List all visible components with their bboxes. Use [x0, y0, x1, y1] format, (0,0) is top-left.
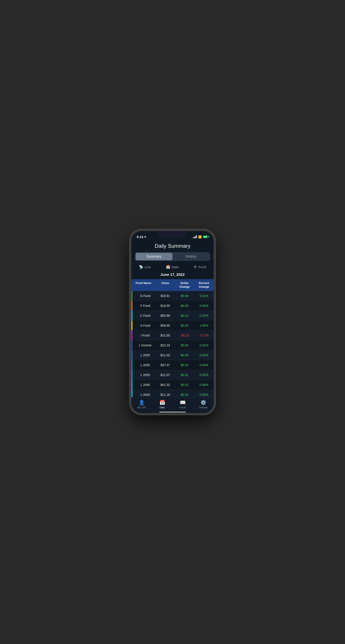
fund-name: S Fund	[131, 324, 156, 327]
fund-name: L 2040	[131, 383, 156, 386]
fund-name: L Income	[131, 344, 156, 347]
fund-name-cell: L Income	[131, 340, 156, 350]
daily-icon: 📅	[159, 400, 165, 406]
percent-change: 0.03%	[194, 301, 214, 310]
time-display: 5:15	[137, 235, 143, 239]
percent-change: 1.59%	[194, 321, 214, 330]
phone-frame: 5:15 ➤ 📶 Daily Summary Sum	[130, 229, 215, 415]
fund-name-cell: L 2040	[131, 380, 156, 390]
dollar-change: $0.02	[175, 380, 194, 390]
color-bar	[131, 370, 133, 380]
app-content: Daily Summary Summary History 📡 Live 📅 D…	[131, 241, 214, 397]
home-bar	[159, 412, 186, 412]
fund-name: L 2025	[131, 354, 156, 357]
location-icon: ➤	[144, 235, 146, 238]
fund-table[interactable]: Fund Name Close DollarChange PercentChan…	[131, 279, 214, 397]
fund-name-cell: L 2030	[131, 360, 156, 370]
nav-funds[interactable]: 📖 Funds	[173, 400, 193, 409]
page-title: Daily Summary	[131, 241, 214, 252]
table-row[interactable]: C Fund $55.88 $0.12 0.22%	[131, 311, 214, 321]
color-bar	[131, 291, 133, 301]
filter-live-label: Live	[145, 265, 151, 269]
table-body: G Fund $16.91 $0.00 0.01% F Fund $18.55 …	[131, 291, 214, 397]
fund-name: L 2030	[131, 363, 156, 367]
color-bar	[131, 390, 133, 397]
percent-change: -0.72%	[194, 330, 214, 340]
table-row[interactable]: F Fund $18.55 $0.00 0.03%	[131, 301, 214, 311]
percent-change: 0.02%	[194, 340, 214, 350]
table-row[interactable]: L 2040 $41.32 $0.02 0.06%	[131, 380, 214, 390]
nav-daily[interactable]: 📅 Daily	[152, 400, 173, 409]
settings-icon: ⚙️	[200, 400, 206, 406]
fund-name-cell: L 2035	[131, 370, 156, 380]
dollar-change: $0.00	[175, 291, 194, 301]
home-indicator	[131, 410, 214, 413]
color-bar	[131, 301, 133, 310]
color-bar	[131, 321, 133, 330]
color-bar	[131, 330, 133, 340]
table-row[interactable]: G Fund $16.91 $0.00 0.01%	[131, 291, 214, 301]
header-fund-name: Fund Name	[131, 281, 156, 289]
my-tsp-icon: 👤	[139, 400, 145, 406]
fund-name: L 2035	[131, 373, 156, 377]
fund-name-cell: I Fund	[131, 330, 156, 340]
close-price: $11.02	[156, 350, 175, 360]
date-icon: 📅	[166, 265, 170, 269]
table-row[interactable]: L 2045 $11.18 $0.01 0.06%	[131, 390, 214, 397]
dollar-change: $0.92	[175, 321, 194, 330]
filter-fund[interactable]: 👁 Fund	[194, 265, 206, 269]
table-row[interactable]: L 2025 $11.02 $0.00 0.03%	[131, 350, 214, 360]
close-price: $41.32	[156, 380, 175, 390]
filter-row: 📡 Live 📅 Date 👁 Fund	[131, 264, 214, 271]
bottom-nav: 👤 My TSP 📅 Daily 📖 Funds ⚙️ Settings	[131, 397, 214, 410]
date-header: June 17, 2022	[131, 271, 214, 279]
table-row[interactable]: L Income $22.19 $0.00 0.02%	[131, 340, 214, 350]
tab-history[interactable]: History	[173, 253, 209, 260]
fund-name-cell: S Fund	[131, 321, 156, 330]
dollar-change: $0.02	[175, 360, 194, 370]
close-price: $55.88	[156, 311, 175, 320]
header-dollar-change: DollarChange	[175, 281, 194, 289]
color-bar	[131, 380, 133, 390]
fund-name: I Fund	[131, 334, 156, 337]
close-price: $18.55	[156, 301, 175, 310]
percent-change: 0.04%	[194, 360, 214, 370]
close-price: $22.19	[156, 340, 175, 350]
dollar-change: $0.01	[175, 370, 194, 380]
percent-change: 0.06%	[194, 390, 214, 397]
close-price: $37.37	[156, 360, 175, 370]
percent-change: 0.22%	[194, 311, 214, 320]
funds-icon: 📖	[180, 400, 186, 406]
percent-change: 0.06%	[194, 380, 214, 390]
dollar-change: -$0.23	[175, 330, 194, 340]
dollar-change: $0.00	[175, 340, 194, 350]
nav-my-tsp-label: My TSP	[137, 406, 146, 409]
live-icon: 📡	[139, 265, 143, 269]
nav-my-tsp[interactable]: 👤 My TSP	[131, 400, 152, 409]
filter-date-label: Date	[172, 265, 179, 269]
header-close: Close	[156, 281, 175, 289]
header-percent-change: PercentChange	[194, 281, 214, 289]
tab-summary[interactable]: Summary	[136, 253, 173, 260]
fund-name: L 2045	[131, 393, 156, 396]
close-price: $11.18	[156, 390, 175, 397]
dollar-change: $0.00	[175, 301, 194, 310]
nav-settings[interactable]: ⚙️ Settings	[193, 400, 214, 409]
table-row[interactable]: S Fund $58.85 $0.92 1.59%	[131, 321, 214, 330]
filter-live[interactable]: 📡 Live	[139, 265, 151, 269]
filter-date[interactable]: 📅 Date	[166, 265, 179, 269]
fund-name: C Fund	[131, 314, 156, 318]
table-row[interactable]: I Fund $31.50 -$0.23 -0.72%	[131, 330, 214, 340]
color-bar	[131, 360, 133, 370]
fund-icon: 👁	[194, 265, 197, 269]
signal-icon	[193, 235, 197, 238]
fund-name-cell: L 2025	[131, 350, 156, 360]
table-row[interactable]: L 2030 $37.37 $0.02 0.04%	[131, 360, 214, 370]
dollar-change: $0.01	[175, 390, 194, 397]
table-row[interactable]: L 2035 $11.07 $0.01 0.05%	[131, 370, 214, 380]
fund-name: G Fund	[131, 294, 156, 298]
filter-fund-label: Fund	[198, 265, 206, 269]
dollar-change: $0.00	[175, 350, 194, 360]
status-icons: 📶	[193, 235, 208, 238]
fund-name-cell: L 2045	[131, 390, 156, 397]
